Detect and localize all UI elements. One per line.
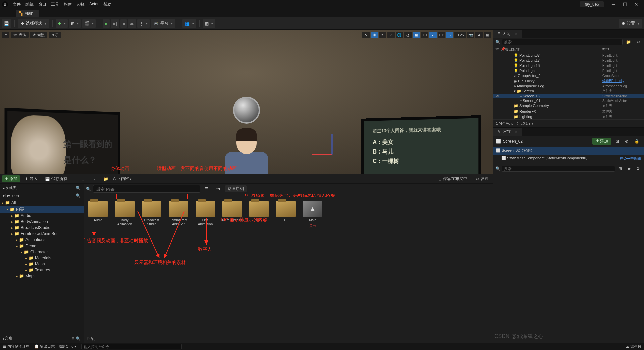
asset-Broadcast-Studio[interactable]: Broadcast Studio	[141, 201, 162, 226]
misc-button[interactable]: ▦	[203, 19, 215, 28]
outliner-search[interactable]	[502, 39, 623, 45]
outliner-row-Screen[interactable]: ▾ 📁 Screen文件夹	[493, 88, 644, 94]
cinematics-button[interactable]: 🎬	[82, 19, 96, 28]
cb-asset-grid[interactable]: UI:对话窗、连接状态、实时信息的相关内容 PIC:显示器显示的内容 广告音频及…	[84, 194, 493, 335]
details-view-grid[interactable]: ⊞	[616, 166, 624, 172]
rotate-tool[interactable]: ⟲	[379, 32, 386, 38]
close-icon[interactable]: ✕	[514, 31, 518, 36]
tree-item-Maps[interactable]: ▸📁 Maps	[0, 273, 84, 279]
cb-import-button[interactable]: ⬆ 导入	[22, 175, 40, 182]
maximize-viewport[interactable]: ⊞	[484, 32, 491, 38]
menu-工具[interactable]: 工具	[51, 2, 59, 7]
close-icon[interactable]: ✕	[514, 129, 518, 134]
outliner-row-Atmospheric Fog[interactable]: ≈ Atmospheric FogAtmosphericFog	[493, 84, 644, 88]
tree-item-Mesh[interactable]: ▸📁 Mesh	[0, 261, 84, 267]
cb-filter-animseq[interactable]: 动画序列	[225, 185, 247, 192]
scale-snap[interactable]: ↔	[446, 32, 453, 38]
details-search[interactable]	[502, 166, 615, 172]
details-lock[interactable]: 🔒	[632, 138, 641, 144]
tab-main[interactable]: ▚ Main	[16, 10, 39, 17]
outliner-row-PointLight17[interactable]: 💡 PointLight17PointLight	[493, 58, 644, 63]
details-locate[interactable]: ⊙	[623, 138, 630, 144]
tree-item-Demo[interactable]: ▸📁 Demo	[0, 243, 84, 249]
details-tab[interactable]: ✎ 细节✕	[493, 128, 522, 136]
angle-snap[interactable]: ∠	[429, 32, 437, 38]
details-browse[interactable]: ⊡	[613, 138, 621, 144]
outliner-row-Screen_01[interactable]: ▫ Screen_01StaticMeshActor	[493, 98, 644, 103]
move-tool[interactable]: ✥	[371, 32, 378, 38]
tree-item-All[interactable]: ▸📁 All	[0, 200, 84, 206]
cb-filter-button[interactable]: ☰	[202, 186, 211, 192]
blueprint-button[interactable]: ⊞	[69, 19, 81, 28]
outliner-row-PointLight[interactable]: 💡 PointLightPointLight	[493, 68, 644, 73]
tree-item-内容[interactable]: ▸📁 内容	[0, 206, 84, 213]
cb-project-header[interactable]: ▾ fay_ue5 🔍	[0, 192, 84, 200]
asset-Body-Animation[interactable]: Body Animation	[114, 201, 136, 226]
cb-search-input[interactable]	[93, 185, 200, 193]
menu-Actor[interactable]: Actor	[89, 2, 99, 7]
tree-item-BodyAnimation[interactable]: ▸📁 BodyAnimation	[0, 219, 84, 225]
cb-history-back[interactable]: ⊙	[78, 176, 87, 182]
menu-构建[interactable]: 构建	[64, 2, 72, 7]
tree-item-Animations[interactable]: ▸📁 Animations	[0, 237, 84, 243]
content-drawer-button[interactable]: ☰ 内容侧滑菜单	[3, 344, 30, 349]
outliner-row-Sample Geometry[interactable]: 📁 Sample Geometry文件夹	[493, 103, 644, 108]
scale-val[interactable]: 0.25	[454, 32, 466, 38]
cb-filter-dd[interactable]: ≡▾	[213, 186, 223, 192]
edit-cpp-link[interactable]: 在C++中编辑	[620, 156, 641, 161]
outliner-settings[interactable]: ⚙	[634, 39, 642, 45]
outliner-row-PointLight37[interactable]: 💡 PointLight37PointLight	[493, 53, 644, 58]
menu-窗口[interactable]: 窗口	[38, 2, 46, 7]
add-content-button[interactable]: ✚	[56, 19, 68, 28]
cb-history-fwd[interactable]: →	[89, 176, 99, 182]
camera-speed-icon[interactable]: 📷	[467, 32, 474, 38]
tree-item-Audio[interactable]: ▸📁 Audio	[0, 213, 84, 219]
console-input[interactable]	[81, 344, 182, 349]
outliner-row-PointLight16[interactable]: 💡 PointLight16PointLight	[493, 63, 644, 68]
menu-选择[interactable]: 选择	[76, 2, 85, 7]
tree-item-BroadcastStudio[interactable]: ▸📁 BroadcastStudio	[0, 225, 84, 231]
scene-render[interactable]: 第一眼看到的是什么？ 超过10个人回答，我就来讲答案哦 A：美女 B：马儿 C：…	[0, 30, 493, 174]
viewport[interactable]: ≡ 👁 透视 ☀ 光照 显示 ↖ ✥ ⟲ ⤢ 🌐 ◔ ⊞ 10 ∠ 10° ↔ …	[0, 30, 493, 174]
ue-logo-icon[interactable]: U	[2, 1, 8, 7]
lit-pill[interactable]: ☀ 光照	[30, 32, 47, 38]
cb-folder-icon[interactable]: 📁	[101, 176, 111, 182]
asset-FemInteract-AnimSet[interactable]: FemInteract AnimSet	[168, 201, 189, 226]
skip-button[interactable]: ▶|	[111, 19, 119, 28]
outliner-row-Screen_02[interactable]: 👁▫ Screen_02StaticMeshActor	[493, 94, 644, 98]
project-name[interactable]: fay_ue5	[580, 1, 604, 7]
grid-snap[interactable]: ⊞	[413, 32, 420, 38]
mode-selector[interactable]: ✥ 选择模式	[18, 19, 49, 28]
perspective-pill[interactable]: 👁 透视	[11, 32, 29, 38]
cb-add-button[interactable]: ✚ 添加	[2, 175, 20, 182]
tree-item-Materials[interactable]: ▸📁 Materials	[0, 255, 84, 261]
outliner-tab[interactable]: ⊞ 大纲✕	[493, 30, 522, 38]
outliner-row-Lighting[interactable]: 📁 Lighting文件夹	[493, 114, 644, 119]
coord-space[interactable]: 🌐	[396, 32, 403, 38]
surface-snap[interactable]: ◔	[404, 32, 412, 38]
eject-button[interactable]: ⏏	[128, 19, 136, 28]
play-options[interactable]: ⋮	[137, 19, 150, 28]
platforms-button[interactable]: 🎮 平台	[151, 19, 175, 28]
asset-Main[interactable]: Main关卡	[302, 201, 323, 228]
select-tool[interactable]: ↖	[362, 32, 370, 38]
cb-collections-header[interactable]: ▸ 合集 ⊕ 🔍	[0, 334, 84, 343]
derived-data[interactable]: ☁ 派生数	[626, 344, 641, 349]
tree-item-FemInteractAnimSet[interactable]: ▸📁 FemInteractAnimSet	[0, 231, 84, 237]
show-pill[interactable]: 显示	[49, 32, 61, 38]
breadcrumb[interactable]: All › 内容 ›	[113, 176, 131, 182]
asset-Audio[interactable]: Audio	[87, 201, 109, 222]
menu-编辑[interactable]: 编辑	[25, 2, 34, 7]
cb-save-all-button[interactable]: 💾 保存所有	[42, 175, 70, 182]
cb-favorites-header[interactable]: ▸ 收藏夹 🔍	[0, 184, 84, 192]
grid-size[interactable]: 10	[421, 32, 428, 38]
cb-dock-button[interactable]: ⊞ 停靠在布局中	[436, 175, 470, 182]
outliner-row-GroupActor_2[interactable]: ⊕ GroupActor_2GroupActor	[493, 73, 644, 78]
cmd-label[interactable]: ⌨ Cmd ▾	[59, 344, 76, 349]
details-component-row[interactable]: ⬜ StaticMeshComponent (StaticMeshCompone…	[493, 155, 644, 162]
output-log-button[interactable]: 📋 输出日志	[34, 344, 55, 349]
viewport-menu[interactable]: ≡	[2, 32, 9, 38]
asset-MetaHumans[interactable]: MetaHumans	[221, 201, 243, 222]
details-add-button[interactable]: ✚ 添加	[592, 138, 611, 145]
tree-item-Textures[interactable]: ▸📁 Textures	[0, 267, 84, 273]
